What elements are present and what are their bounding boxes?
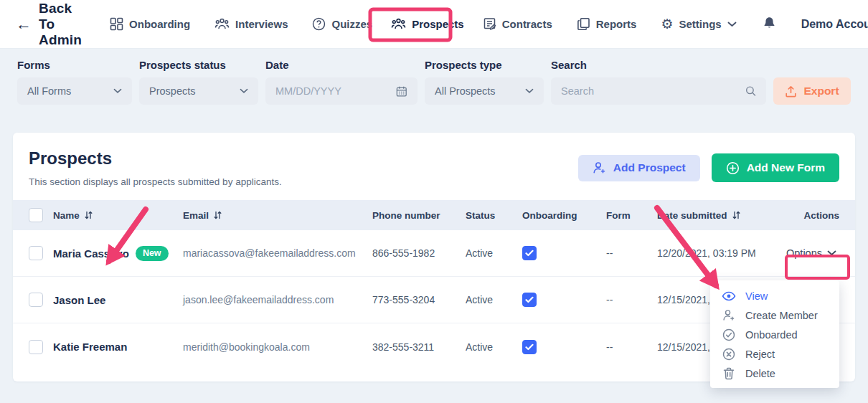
prospect-form: -- bbox=[606, 247, 657, 259]
eye-icon bbox=[722, 291, 736, 301]
forms-filter-dropdown[interactable]: All Forms bbox=[17, 77, 132, 105]
menu-item-reject[interactable]: Reject bbox=[710, 344, 839, 364]
circle-x-icon bbox=[722, 348, 736, 361]
add-prospect-button[interactable]: Add Prospect bbox=[578, 155, 700, 181]
column-header-date[interactable]: Date submitted bbox=[657, 210, 779, 221]
account-menu-button[interactable]: Demo Account bbox=[793, 18, 868, 31]
nav-item-reports[interactable]: Reports bbox=[567, 9, 646, 40]
check-icon bbox=[525, 343, 534, 351]
column-header-name[interactable]: Name bbox=[53, 210, 183, 221]
back-to-admin-button[interactable]: ← Back To Admin bbox=[16, 1, 82, 48]
nav-label: Quizzes bbox=[331, 18, 372, 30]
onboarding-checkbox[interactable] bbox=[522, 293, 537, 307]
chevron-down-icon bbox=[113, 88, 122, 94]
nav-item-onboarding[interactable]: Onboarding bbox=[100, 9, 199, 40]
check-icon bbox=[525, 296, 534, 303]
gear-icon: ⚙ bbox=[661, 17, 673, 31]
status-filter-dropdown[interactable]: Prospects bbox=[139, 77, 258, 105]
menu-item-label: Delete bbox=[745, 368, 775, 379]
type-filter-value: All Prospects bbox=[435, 85, 496, 97]
person-plus-icon bbox=[722, 309, 736, 321]
prospect-email: jason.lee@fakeemailaddress.com bbox=[183, 294, 372, 305]
onboarding-checkbox[interactable] bbox=[522, 246, 537, 260]
menu-item-label: Create Member bbox=[745, 310, 818, 321]
add-prospect-label: Add Prospect bbox=[613, 161, 686, 174]
sort-icon bbox=[213, 210, 222, 220]
prospect-name: Katie Freeman bbox=[53, 341, 127, 353]
check-icon bbox=[525, 250, 534, 257]
dashboard-grid-icon bbox=[110, 17, 123, 31]
add-new-form-button[interactable]: Add New Form bbox=[712, 153, 839, 182]
options-button[interactable]: Options bbox=[783, 243, 839, 263]
menu-item-view[interactable]: View bbox=[710, 286, 839, 305]
chevron-down-icon bbox=[525, 88, 534, 94]
search-label: Search bbox=[551, 59, 766, 71]
notifications-button[interactable] bbox=[752, 16, 787, 32]
nav-label: Prospects bbox=[412, 18, 464, 30]
chevron-down-icon bbox=[727, 22, 737, 27]
row-checkbox[interactable] bbox=[29, 340, 43, 354]
onboarding-checkbox[interactable] bbox=[522, 340, 537, 354]
prospect-phone: 773-555-3204 bbox=[372, 294, 466, 305]
page-title: Prospects bbox=[29, 148, 282, 169]
search-field[interactable] bbox=[551, 77, 766, 105]
nav-label: Settings bbox=[679, 18, 721, 30]
page-subtitle: This section displays all prospects subm… bbox=[29, 176, 282, 187]
prospect-name: Maria Cassovo bbox=[53, 247, 129, 260]
calendar-icon bbox=[396, 85, 407, 98]
menu-item-delete[interactable]: Delete bbox=[710, 364, 839, 383]
column-header-phone: Phone number bbox=[372, 210, 466, 221]
column-header-email[interactable]: Email bbox=[183, 210, 372, 221]
nav-item-contracts[interactable]: Contracts bbox=[473, 9, 562, 40]
nav-item-prospects[interactable]: Prospects bbox=[382, 9, 473, 40]
reports-copy-icon bbox=[577, 17, 590, 31]
prospect-date: 12/20/2021, 03:19 PM bbox=[657, 247, 779, 259]
column-header-actions: Actions bbox=[779, 210, 839, 221]
forms-filter-value: All Forms bbox=[27, 85, 71, 97]
table-row: Maria Cassovo New mariacassova@fakeemail… bbox=[13, 230, 855, 277]
date-filter-field[interactable] bbox=[265, 77, 418, 105]
search-input[interactable] bbox=[561, 85, 745, 97]
nav-label: Onboarding bbox=[129, 18, 190, 30]
prospect-status: Active bbox=[466, 341, 522, 353]
prospect-phone: 382-555-3211 bbox=[372, 341, 466, 353]
menu-item-onboarded[interactable]: Onboarded bbox=[710, 325, 839, 344]
people-group-icon bbox=[391, 17, 406, 31]
column-header-status: Status bbox=[466, 210, 522, 221]
menu-item-create-member[interactable]: Create Member bbox=[710, 305, 839, 325]
options-dropdown-menu: View Create Member Onboarded Reject bbox=[710, 280, 839, 388]
plus-circle-icon bbox=[726, 161, 740, 175]
sort-icon bbox=[84, 210, 93, 220]
menu-item-label: Reject bbox=[745, 349, 775, 360]
status-filter-label: Prospects status bbox=[139, 59, 258, 71]
back-to-admin-label: Back To Admin bbox=[39, 1, 82, 48]
filters-bar: Forms All Forms Prospects status Prospec… bbox=[0, 49, 868, 120]
back-arrow-icon: ← bbox=[16, 16, 32, 32]
question-circle-icon bbox=[312, 17, 326, 31]
row-checkbox[interactable] bbox=[29, 293, 43, 307]
chevron-down-icon bbox=[827, 250, 836, 256]
type-filter-dropdown[interactable]: All Prospects bbox=[425, 77, 544, 105]
menu-item-label: View bbox=[745, 290, 768, 302]
prospect-status: Active bbox=[466, 294, 522, 305]
nav-item-interviews[interactable]: Interviews bbox=[205, 9, 297, 40]
prospect-form: -- bbox=[606, 294, 657, 305]
nav-item-quizzes[interactable]: Quizzes bbox=[303, 9, 382, 40]
prospect-email: meridith@bookingkoala.com bbox=[183, 341, 372, 353]
row-checkbox[interactable] bbox=[29, 246, 43, 260]
select-all-checkbox[interactable] bbox=[29, 208, 43, 222]
search-icon bbox=[745, 85, 756, 97]
person-plus-icon bbox=[593, 161, 606, 174]
chevron-down-icon bbox=[240, 88, 248, 94]
table-header-row: Name Email Phone number Status Onboardin… bbox=[13, 200, 855, 230]
nav-label: Reports bbox=[596, 18, 637, 30]
export-label: Export bbox=[803, 85, 839, 98]
prospect-name: Jason Lee bbox=[53, 294, 105, 306]
date-input[interactable] bbox=[275, 85, 396, 97]
nav-item-settings[interactable]: ⚙ Settings bbox=[651, 9, 745, 40]
column-header-onboarding: Onboarding bbox=[522, 210, 606, 221]
export-upload-icon bbox=[785, 85, 797, 98]
export-button[interactable]: Export bbox=[773, 77, 851, 105]
options-label: Options bbox=[786, 247, 822, 259]
new-badge: New bbox=[136, 246, 169, 261]
